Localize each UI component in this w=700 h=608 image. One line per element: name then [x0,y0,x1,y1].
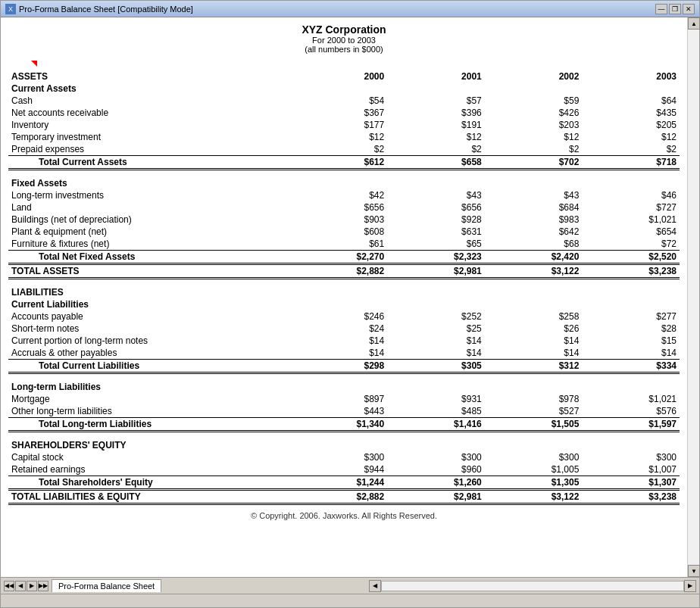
total-liab-equity-label: TOTAL LIABILITIES & EQUITY [8,490,290,504]
app-icon: X [5,4,16,14]
current-liab-header: Current Liabilities [8,298,290,310]
longterm-inv-row: Long-term investments $42 $43 $43 $46 [8,189,680,201]
total-liab-equity-row: TOTAL LIABILITIES & EQUITY $2,882 $2,981… [8,490,680,504]
furniture-label: Furniture & fixtures (net) [8,238,290,251]
mortgage-row: Mortgage $897 $931 $978 $1,021 [8,393,680,405]
total-lt-liab-row: Total Long-term Liabilities $1,340 $1,41… [8,417,680,431]
accounts-receivable-row: Net accounts receivable $367 $396 $426 $… [8,107,680,119]
minimize-button[interactable]: — [655,4,667,14]
main-content-row: XYZ Corporation For 2000 to 2003 (all nu… [1,17,699,577]
red-corner-indicator [31,58,680,69]
spreadsheet-area: XYZ Corporation For 2000 to 2003 (all nu… [1,17,687,577]
fixed-assets-header-row: Fixed Assets [8,177,680,189]
window-title: Pro-Forma Balance Sheet [Compatibility M… [19,5,193,14]
cash-2002: $59 [485,95,583,107]
inventory-label: Inventory [8,119,290,131]
total-cl-label: Total Current Liabilities [8,360,290,373]
retained-earnings-row: Retained earnings $944 $960 $1,005 $1,00… [8,463,680,476]
lt-liab-header-row: Long-term Liabilities [8,381,680,393]
copyright-text: © Copyright. 2006. Jaxworks. All Rights … [8,511,680,523]
blank-row-3 [8,373,680,381]
capital-stock-label: Capital stock [8,451,290,463]
mortgage-label: Mortgage [8,393,290,405]
cash-2001: $57 [387,95,485,107]
cash-2000: $54 [290,95,388,107]
short-term-notes-row: Short-term notes $24 $25 $26 $28 [8,323,680,335]
temp-investment-label: Temporary investment [8,131,290,143]
main-window: X Pro-Forma Balance Sheet [Compatibility… [0,0,700,608]
status-bar [1,594,699,607]
cash-2003: $64 [582,95,680,107]
blank-row-2 [8,278,680,285]
total-current-assets-label: Total Current Assets [8,156,290,170]
company-header: XYZ Corporation For 2000 to 2003 (all nu… [8,23,680,54]
cp-label: Current portion of long-term notes [8,335,290,347]
prepaid-label: Prepaid expenses [8,143,290,156]
liabilities-header: LIABILITIES [8,285,290,298]
total-equity-row: Total Shareholders' Equity $1,244 $1,260… [8,476,680,490]
current-assets-header-row: Current Assets [8,83,680,95]
total-current-assets-row: Total Current Assets $612 $658 $702 $718 [8,156,680,170]
column-header-row: ASSETS 2000 2001 2002 2003 [8,70,680,83]
plant-eq-row: Plant & equipment (net) $608 $631 $642 $… [8,226,680,238]
ap-label: Accounts payable [8,310,290,323]
scroll-track[interactable] [688,30,699,565]
nav-next[interactable]: ▶ [27,581,37,591]
buildings-label: Buildings (net of depreciation) [8,214,290,226]
prepaid-row: Prepaid expenses $2 $2 $2 $2 [8,143,680,156]
furniture-row: Furniture & fixtures (net) $61 $65 $68 $… [8,238,680,251]
current-portion-row: Current portion of long-term notes $14 $… [8,335,680,347]
plant-eq-label: Plant & equipment (net) [8,226,290,238]
horizontal-scroll: ◀ ▶ [369,580,696,592]
col-assets-header: ASSETS [8,70,290,83]
ar-label: Net accounts receivable [8,107,290,119]
land-row: Land $656 $656 $684 $727 [8,201,680,214]
nav-prev[interactable]: ◀ [15,581,26,591]
capital-stock-row: Capital stock $300 $300 $300 $300 [8,451,680,463]
land-label: Land [8,201,290,214]
scroll-up-arrow[interactable]: ▲ [688,17,700,30]
cash-row: Cash $54 $57 $59 $64 [8,95,680,107]
sheet-tab[interactable]: Pro-Forma Balance Sheet [52,579,161,592]
restore-button[interactable]: ❐ [669,4,681,14]
current-liab-header-row: Current Liabilities [8,298,680,310]
accruals-label: Accruals & other payables [8,347,290,360]
nav-last[interactable]: ▶▶ [38,581,48,591]
nav-first[interactable]: ◀◀ [4,581,14,591]
close-button[interactable]: ✕ [683,4,695,14]
equity-header-row: SHAREHOLDERS' EQUITY [8,438,680,451]
fixed-assets-header: Fixed Assets [8,177,290,189]
cash-label: Cash [8,95,290,107]
period-label: For 2000 to 2003 [8,36,680,45]
longterm-inv-label: Long-term investments [8,189,290,201]
retained-earnings-label: Retained earnings [8,463,290,476]
col-2002: 2002 [485,70,583,83]
vertical-scrollbar[interactable]: ▲ ▼ [687,17,699,577]
window-controls: — ❐ ✕ [655,4,695,14]
h-scroll-track[interactable] [381,581,684,591]
sheet-nav-arrows: ◀◀ ◀ ▶ ▶▶ [4,581,48,591]
scroll-down-arrow[interactable]: ▼ [688,565,700,577]
balance-sheet-table: ASSETS 2000 2001 2002 2003 Current Asset… [8,70,680,505]
title-bar-left: X Pro-Forma Balance Sheet [Compatibility… [5,4,193,14]
units-label: (all numbers in $000) [8,45,680,54]
total-assets-label: TOTAL ASSETS [8,263,290,278]
total-equity-label: Total Shareholders' Equity [8,476,290,490]
title-bar: X Pro-Forma Balance Sheet [Compatibility… [1,1,699,17]
company-name: XYZ Corporation [8,23,680,36]
total-assets-row: TOTAL ASSETS $2,882 $2,981 $3,122 $3,238 [8,263,680,278]
blank-row-1 [8,170,680,177]
inventory-row: Inventory $177 $191 $203 $205 [8,119,680,131]
buildings-row: Buildings (net of depreciation) $903 $92… [8,214,680,226]
bottom-bar: ◀◀ ◀ ▶ ▶▶ Pro-Forma Balance Sheet ◀ ▶ [1,577,699,594]
temp-investment-row: Temporary investment $12 $12 $12 $12 [8,131,680,143]
h-scroll-right[interactable]: ▶ [684,580,696,592]
lt-liab-header: Long-term Liabilities [8,381,290,393]
liabilities-header-row: LIABILITIES [8,285,680,298]
total-net-fixed-row: Total Net Fixed Assets $2,270 $2,323 $2,… [8,250,680,263]
h-scroll-left[interactable]: ◀ [369,580,381,592]
stn-label: Short-term notes [8,323,290,335]
total-current-liab-row: Total Current Liabilities $298 $305 $312… [8,360,680,373]
total-lt-label: Total Long-term Liabilities [8,417,290,431]
current-assets-header: Current Assets [8,83,290,95]
